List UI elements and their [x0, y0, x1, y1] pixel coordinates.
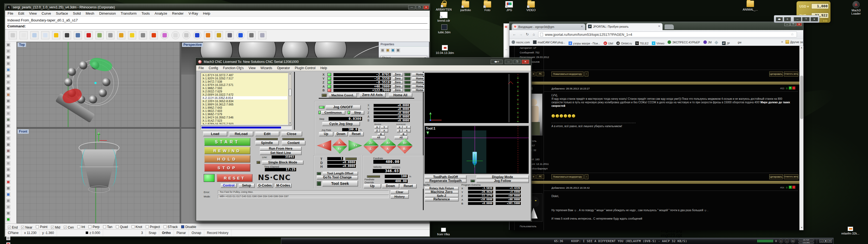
gcode-line[interactable]: X-1.947Z-7.538	[202, 80, 287, 83]
step-value-field[interactable]: 0.0300	[329, 117, 362, 121]
abs-z-button[interactable]: Z	[374, 129, 380, 132]
tool-icon[interactable]	[6, 242, 10, 244]
tool-icon[interactable]	[6, 43, 10, 47]
jog-onoff-button[interactable]: Jog ON/OFF	[326, 105, 361, 109]
maximize-button[interactable]: ❐	[416, 5, 423, 9]
address-bar[interactable]: www.jportal.ru/forum/forum53/topic12517/…	[538, 31, 797, 37]
scroll-up-button[interactable]: ↑	[585, 71, 588, 77]
vote-minus-button[interactable]: -	[792, 186, 795, 189]
run-from-here-button[interactable]: Run From Here	[260, 147, 301, 150]
minimize-button[interactable]: —	[505, 60, 513, 64]
feedrate-field[interactable]: 400.00	[373, 160, 400, 164]
tool-icon[interactable]	[6, 199, 10, 203]
osnap-checkbox[interactable]	[36, 225, 39, 228]
menu-item[interactable]: View	[27, 10, 39, 17]
status-cell[interactable]: y -1.360	[40, 230, 57, 236]
viewport-top[interactable]: Top	[17, 42, 180, 127]
bookmark-item[interactable]: 8узоры маори - Пои...	[568, 41, 600, 45]
bookmark-item[interactable]: UUtel	[603, 41, 613, 45]
osnap-option[interactable]: Knot	[131, 225, 143, 229]
menu-item[interactable]: File	[196, 65, 206, 71]
abs-all-button[interactable]: All	[372, 136, 385, 139]
desktop-icon-mach3-loader[interactable]: A Mach3 Loader	[846, 1, 866, 15]
toolbar-icon[interactable]	[9, 31, 17, 39]
machine-coord-button[interactable]: Machine Coord.	[329, 93, 357, 97]
menu-item[interactable]: Mesh	[83, 10, 97, 17]
axis-dro-value[interactable]: -16.3338	[333, 77, 391, 81]
bookmark-item[interactable]: madCAM CAM plug...	[533, 40, 565, 44]
minimize-button[interactable]: —	[784, 23, 790, 26]
quote-button[interactable]: Цитировать	[769, 71, 783, 77]
tool-icon[interactable]	[6, 236, 10, 240]
toolbar-icon[interactable]	[258, 31, 267, 39]
axis-dro-value[interactable]: -2.0701	[333, 73, 391, 77]
rhino-titlebar[interactable]: Ʀ sergi_pearls_(12.0_1.0_verx1.25)_v4.3d…	[5, 4, 430, 10]
status-cell[interactable]: Planar	[174, 230, 189, 236]
gcode-line[interactable]: X-1.941Y-16.359Z-7.546	[202, 116, 287, 119]
hold-button[interactable]: HOLD	[204, 155, 250, 163]
gcode-line[interactable]: X-1.914Z-7.523	[202, 119, 287, 122]
osnap-checkbox[interactable]	[116, 225, 119, 228]
gcode-line[interactable]: X-2.111Y-16.335Z-8.814	[202, 96, 287, 99]
osnap-checkbox[interactable]	[181, 225, 184, 228]
tab-jportal[interactable]: JP JPORTAL: Пробую резать ✕	[586, 23, 663, 30]
osnap-checkbox[interactable]	[103, 225, 106, 228]
vray-icon[interactable]	[150, 31, 158, 39]
scroll-up-arrow[interactable]: ▲	[800, 46, 803, 50]
profile-list-button[interactable]: ≣	[531, 175, 535, 179]
osnap-checkbox[interactable]	[88, 225, 91, 228]
restore-left-icon[interactable]: ◀▶	[776, 17, 783, 22]
jog-y-minus-arrow[interactable]: Y-	[317, 140, 331, 151]
desktop-icon-relaxfm[interactable]: relaxfm-32k...	[835, 227, 865, 235]
vote-minus-button[interactable]: -	[792, 87, 795, 89]
osnap-option[interactable]: Int	[77, 225, 85, 229]
reset-button[interactable]: RESET	[217, 174, 252, 182]
menu-item[interactable]: File	[5, 10, 16, 17]
exit-icon[interactable]: ⎆	[784, 17, 791, 22]
tab-gmail[interactable]: M Входящие - egropr3d@gm ✕	[512, 24, 585, 30]
zero-axis-button[interactable]: Zero	[393, 85, 403, 88]
points-icon[interactable]	[117, 31, 125, 39]
fro-percent-field[interactable]: 100	[384, 175, 408, 178]
reply-author-button[interactable]: Ответить автору	[784, 71, 798, 77]
tool-icon[interactable]	[6, 68, 10, 72]
reload-button[interactable]: ReLoad	[229, 131, 253, 136]
gcode-line[interactable]: X-1.996Z-7.643	[202, 106, 287, 109]
tool-icon[interactable]	[6, 124, 10, 128]
desktop-icon-fromvlka[interactable]: from Vlka	[434, 228, 453, 236]
ref-dro-value[interactable]: +0.0000	[373, 119, 410, 122]
axis-dro-value[interactable]: +46.2000	[333, 85, 391, 88]
gcode-line[interactable]: X-1.988Z-7.593	[202, 87, 287, 90]
new-tab-button[interactable]	[664, 24, 674, 29]
jog-b-minus-arrow[interactable]: B-	[397, 146, 412, 154]
tool-icon[interactable]	[6, 136, 10, 141]
private-message-button[interactable]: ЛС	[536, 72, 544, 76]
tool-icon[interactable]	[6, 217, 10, 221]
sphere-icon[interactable]	[172, 31, 180, 39]
h-field[interactable]: +0.0000	[327, 164, 356, 168]
menu-item[interactable]: Transform	[118, 10, 139, 17]
tool-length-offset-button[interactable]: Tool Length Offset	[322, 172, 358, 175]
menu-item[interactable]: Function Cfg's	[220, 65, 246, 71]
override-field[interactable]: 400.00	[384, 180, 408, 183]
maximize-button[interactable]: ❐	[802, 17, 810, 22]
status-cell[interactable]: Snap	[146, 230, 159, 236]
toolpath-display[interactable]	[424, 72, 529, 124]
gcode-line[interactable]: X-2.009Y-16.332Z-7.672	[202, 93, 287, 96]
rotary-display[interactable]: Tool:1	[424, 125, 529, 174]
edit-button[interactable]: Edit	[255, 131, 279, 136]
close-button[interactable]: ✕	[796, 23, 802, 26]
close-button[interactable]: ✕	[810, 17, 818, 22]
home-icon[interactable]: ⌂	[531, 32, 536, 37]
player-maximize-button[interactable]: ■	[824, 239, 828, 243]
bookmark-item[interactable]: @Omlet.ru	[616, 41, 632, 45]
undo-view-icon[interactable]	[63, 31, 71, 39]
osnap-option[interactable]: Cen	[64, 225, 74, 230]
menu-item[interactable]: View	[246, 65, 258, 71]
gcode-line[interactable]: X-2.002Z-7.629	[202, 90, 287, 93]
colors-button[interactable]: COLORS	[798, 242, 814, 244]
gcode-line[interactable]: X-1.878Y-16.357Z-7.503	[202, 122, 287, 125]
desktop-icon[interactable]: ↗ partfolio	[455, 1, 476, 12]
other-bookmarks-label[interactable]: Другие за...	[790, 40, 805, 44]
stop-button[interactable]: STOP	[204, 164, 250, 172]
